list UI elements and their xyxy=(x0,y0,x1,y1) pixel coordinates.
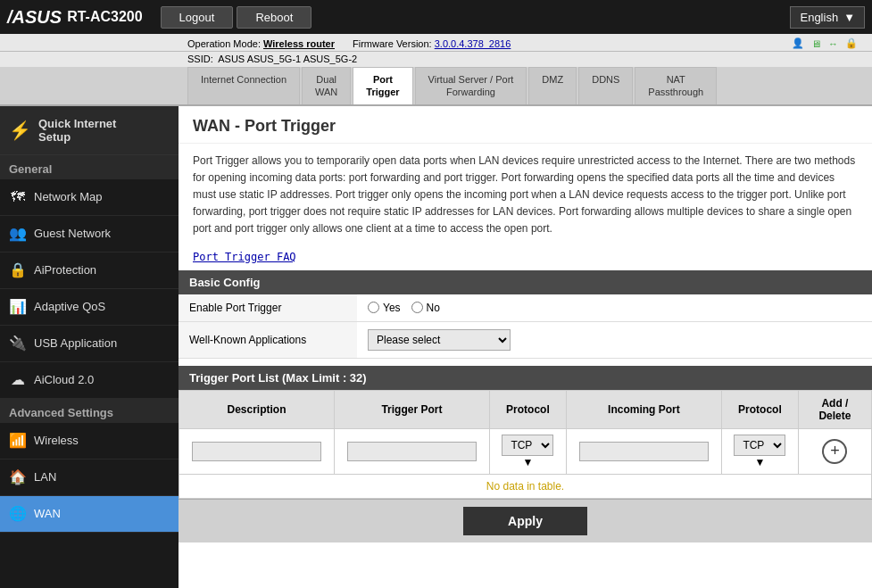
sidebar-item-aicloud[interactable]: ☁ AiCloud 2.0 xyxy=(0,362,179,399)
sidebar-item-wireless[interactable]: 📶 Wireless xyxy=(0,423,179,460)
tab-port-trigger[interactable]: PortTrigger xyxy=(353,67,412,104)
enable-radio-group: Yes No xyxy=(368,302,861,314)
firmware-version: Firmware Version: 3.0.0.4.378_2816 xyxy=(353,38,511,49)
guest-network-icon: 👥 xyxy=(9,225,27,243)
language-selector[interactable]: English ▼ xyxy=(790,6,865,29)
enable-port-trigger-row: Enable Port Trigger Yes No xyxy=(179,294,872,322)
incoming-port-input[interactable] xyxy=(579,442,709,461)
no-radio[interactable] xyxy=(411,302,423,313)
no-data-row: No data in table. xyxy=(179,474,872,498)
sidebar-label-aicloud: AiCloud 2.0 xyxy=(34,373,94,386)
protocol-1-arrow: ▼ xyxy=(522,456,533,468)
logo-model: RT-AC3200 xyxy=(67,9,142,25)
tab-dual-wan[interactable]: DualWAN xyxy=(302,67,351,104)
yes-radio[interactable] xyxy=(368,302,379,313)
basic-config-table: Enable Port Trigger Yes No xyxy=(179,294,872,359)
protocol-2-select[interactable]: TCP UDP xyxy=(734,435,785,456)
description-text: Port Trigger allows you to temporarily o… xyxy=(179,144,872,247)
wan-icon: 🌐 xyxy=(9,505,27,523)
sidebar-item-lan[interactable]: 🏠 LAN xyxy=(0,460,179,496)
ssid-5g2-link[interactable]: ASUS_5G-2 xyxy=(303,54,358,64)
sidebar-label-lan: LAN xyxy=(34,470,56,484)
sidebar-label-guest-network: Guest Network xyxy=(34,227,111,240)
tab-virtual-server[interactable]: Virtual Server / PortForwarding xyxy=(415,67,527,104)
trigger-table-header-row: Description Trigger Port Protocol Incomi… xyxy=(179,390,872,428)
header: /ASUS RT-AC3200 Logout Reboot English ▼ xyxy=(0,0,872,34)
sidebar-item-adaptive-qos[interactable]: 📊 Adaptive QoS xyxy=(0,289,179,326)
tab-ddns[interactable]: DDNS xyxy=(578,67,633,104)
sidebar: ⚡ Quick InternetSetup General 🗺 Network … xyxy=(0,106,179,588)
no-data-message: No data in table. xyxy=(179,474,872,498)
header-buttons: Logout Reboot xyxy=(161,6,312,29)
aiprotection-icon: 🔒 xyxy=(9,261,27,279)
quick-setup-icon: ⚡ xyxy=(9,120,31,141)
col-description: Description xyxy=(179,390,335,428)
col-incoming-port: Incoming Port xyxy=(566,390,721,428)
well-known-select[interactable]: Please select xyxy=(368,329,511,351)
sidebar-label-usb-application: USB Application xyxy=(34,336,117,350)
lan-icon: 🏠 xyxy=(9,468,27,486)
trigger-port-list-section: Trigger Port List (Max Limit : 32) Descr… xyxy=(179,366,872,499)
ssid-5g1-link[interactable]: ASUS_5G-1 xyxy=(247,54,302,64)
wireless-icon: 📶 xyxy=(9,432,27,450)
usb-application-icon: 🔌 xyxy=(9,335,27,352)
sidebar-general-label: General xyxy=(0,155,179,179)
no-radio-label[interactable]: No xyxy=(411,302,440,314)
ssid-main-link[interactable]: ASUS xyxy=(218,54,245,64)
trigger-input-row: TCP UDP ▼ TCP UDP xyxy=(179,428,872,474)
tab-dmz[interactable]: DMZ xyxy=(528,67,577,104)
sidebar-quick-setup[interactable]: ⚡ Quick InternetSetup xyxy=(0,106,179,155)
well-known-apps-row: Well-Known Applications Please select xyxy=(179,321,872,358)
faq-link[interactable]: Port Trigger FAQ xyxy=(193,251,858,263)
chevron-down-icon: ▼ xyxy=(843,11,855,24)
add-button[interactable]: + xyxy=(822,439,847,464)
protocol-1-cell: TCP UDP ▼ xyxy=(489,428,566,474)
description-cell xyxy=(179,428,335,474)
sidebar-advanced-label: Advanced Settings xyxy=(0,399,179,423)
logout-button[interactable]: Logout xyxy=(161,6,234,29)
sidebar-item-usb-application[interactable]: 🔌 USB Application xyxy=(0,326,179,362)
col-trigger-port: Trigger Port xyxy=(335,390,490,428)
protocol-2-cell: TCP UDP ▼ xyxy=(721,428,798,474)
page-title: WAN - Port Trigger xyxy=(179,106,872,144)
col-protocol-1: Protocol xyxy=(489,390,566,428)
trigger-port-cell xyxy=(335,428,490,474)
info-bar: Operation Mode: Wireless router Firmware… xyxy=(0,34,872,52)
col-add-delete: Add / Delete xyxy=(798,390,871,428)
trigger-list-header: Trigger Port List (Max Limit : 32) xyxy=(179,366,872,390)
operation-mode: Operation Mode: Wireless router xyxy=(187,38,335,49)
tab-nat[interactable]: NATPassthrough xyxy=(635,67,717,104)
sidebar-label-wan: WAN xyxy=(34,507,61,520)
apply-button[interactable]: Apply xyxy=(463,507,587,535)
well-known-select-cell: Please select xyxy=(357,321,872,358)
adaptive-qos-icon: 📊 xyxy=(9,298,27,316)
enable-label: Enable Port Trigger xyxy=(179,294,357,322)
device-icon: 🖥 xyxy=(811,38,821,49)
protocol-1-select[interactable]: TCP UDP xyxy=(502,435,553,456)
main-content: WAN - Port Trigger Port Trigger allows y… xyxy=(179,106,872,588)
network-map-icon: 🗺 xyxy=(9,188,27,206)
enable-radio-cell: Yes No xyxy=(357,294,872,322)
sidebar-item-network-map[interactable]: 🗺 Network Map xyxy=(0,179,179,216)
sidebar-label-network-map: Network Map xyxy=(34,190,103,203)
sidebar-item-aiprotection[interactable]: 🔒 AiProtection xyxy=(0,253,179,289)
network-icon: ↔ xyxy=(828,38,838,49)
sidebar-item-wan[interactable]: 🌐 WAN xyxy=(0,496,179,533)
trigger-port-input[interactable] xyxy=(347,442,477,461)
sidebar-item-guest-network[interactable]: 👥 Guest Network xyxy=(0,216,179,253)
reboot-button[interactable]: Reboot xyxy=(237,6,311,29)
status-icons: 👤 🖥 ↔ 🔒 xyxy=(792,37,865,49)
description-input[interactable] xyxy=(192,442,321,461)
sidebar-label-aiprotection: AiProtection xyxy=(34,263,96,277)
quick-setup-label: Quick InternetSetup xyxy=(38,117,116,144)
basic-config-header: Basic Config xyxy=(179,270,872,294)
tab-internet[interactable]: Internet Connection xyxy=(187,67,300,104)
col-protocol-2: Protocol xyxy=(721,390,798,428)
logo-brand: /ASUS xyxy=(7,7,62,28)
aicloud-icon: ☁ xyxy=(9,371,27,389)
tab-bar: Internet Connection DualWAN PortTrigger … xyxy=(0,67,872,106)
incoming-port-cell xyxy=(566,428,721,474)
yes-radio-label[interactable]: Yes xyxy=(368,302,401,314)
sidebar-label-adaptive-qos: Adaptive QoS xyxy=(34,300,105,313)
protocol-2-arrow: ▼ xyxy=(754,456,765,468)
